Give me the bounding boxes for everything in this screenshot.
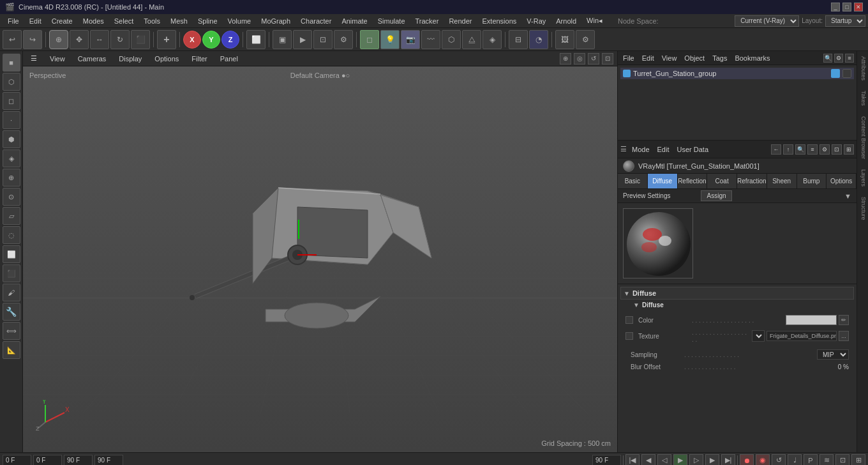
prev-keyframe-button[interactable]: ◁ — [657, 454, 671, 466]
minimize-button[interactable]: _ — [831, 3, 840, 11]
menu-create[interactable]: Create — [47, 16, 78, 26]
render-options-button[interactable]: ⚙ — [576, 30, 595, 49]
menu-volume[interactable]: Volume — [223, 16, 257, 26]
edge-tab-content-browser[interactable]: Content Browser — [857, 111, 868, 164]
render-frame-button[interactable]: ⊡ — [313, 30, 333, 49]
ae-tab-bump[interactable]: Bump — [797, 174, 827, 188]
add-button[interactable]: + — [157, 30, 176, 49]
3d-scene[interactable]: X Y Z — [23, 66, 617, 452]
om-item-lock-icon[interactable] — [842, 69, 851, 78]
autokey-button[interactable]: ◉ — [756, 454, 770, 466]
menu-select[interactable]: Select — [109, 16, 139, 26]
texture-prop-toggle[interactable] — [625, 332, 633, 340]
menu-edit[interactable]: Edit — [24, 16, 47, 26]
ae-hamburger-icon[interactable]: ☰ — [620, 145, 627, 153]
preview-end-field[interactable]: 90 F — [94, 455, 123, 466]
next-keyframe-button[interactable]: ▷ — [689, 454, 703, 466]
om-item-vis-dot[interactable] — [831, 69, 840, 78]
om-menu-view[interactable]: View — [659, 53, 680, 63]
menu-win[interactable]: Win◂ — [581, 15, 608, 26]
uv-mode-tool[interactable]: ⬢ — [3, 130, 20, 148]
vp-menu-filter[interactable]: Filter — [188, 54, 211, 64]
object-field-button[interactable]: ◈ — [483, 30, 502, 49]
edge-tab-takes[interactable]: Takes — [857, 86, 868, 111]
mesh-mode-tool[interactable]: ⬡ — [3, 73, 20, 91]
layout-select[interactable]: Startup — [825, 15, 865, 27]
ae-expand-icon[interactable]: ⊞ — [844, 144, 854, 155]
viewport-ctrl-3[interactable]: ↺ — [588, 53, 599, 65]
viewport-ctrl-4[interactable]: ⊡ — [602, 53, 613, 65]
assign-button[interactable]: Assign — [701, 190, 731, 201]
viewport-ctrl-2[interactable]: ◎ — [574, 53, 585, 65]
om-menu-tags[interactable]: Tags — [710, 53, 730, 63]
object-cube-button[interactable]: ◻ — [360, 30, 379, 49]
motion-blur-button[interactable]: ≋ — [819, 454, 834, 466]
color-swatch[interactable] — [786, 315, 837, 325]
snap-tool[interactable]: 📐 — [3, 341, 20, 359]
render-region-button[interactable]: ▣ — [273, 30, 292, 49]
preview-settings-button[interactable]: Preview Settings — [623, 192, 670, 199]
om-search-icon[interactable]: 🔍 — [823, 54, 832, 63]
ae-back-icon[interactable]: ← — [771, 144, 781, 155]
y-axis-button[interactable]: Y — [202, 31, 220, 49]
timeline-settings-button[interactable]: ⊡ — [835, 454, 849, 466]
node-space-select[interactable]: Current (V-Ray) — [735, 15, 799, 27]
vp-menu-view[interactable]: View — [46, 54, 69, 64]
menu-file[interactable]: File — [3, 16, 24, 26]
texture-tool[interactable]: ◈ — [3, 149, 20, 167]
viewport-ctrl-1[interactable]: ⊕ — [560, 53, 571, 65]
object-camera-button[interactable]: 📷 — [401, 30, 420, 49]
x-axis-button[interactable]: X — [183, 31, 201, 49]
menu-modes[interactable]: Modes — [78, 16, 109, 26]
om-settings-icon[interactable]: ⚙ — [834, 54, 843, 63]
sky-button[interactable]: ◔ — [529, 30, 548, 49]
ae-mode-menu[interactable]: Mode — [629, 144, 652, 155]
ae-tab-options[interactable]: Options — [827, 174, 857, 188]
select-tool-2[interactable]: ⬜ — [3, 245, 20, 263]
edge-tab-attributes[interactable]: Attributes — [857, 51, 868, 86]
menu-tracker[interactable]: Tracker — [410, 16, 444, 26]
workplane-tool[interactable]: ▱ — [3, 207, 20, 225]
render-settings-button[interactable]: ⚙ — [334, 30, 353, 49]
select-tool-3[interactable]: ⬛ — [3, 264, 20, 282]
ae-edit-menu[interactable]: Edit — [655, 144, 672, 155]
frame-start-field[interactable]: 0 F — [33, 455, 62, 466]
menu-extensions[interactable]: Extensions — [477, 16, 521, 26]
point-mode-tool[interactable]: · — [3, 111, 20, 129]
loop-button[interactable]: ↺ — [772, 454, 786, 466]
timeline-expand-button[interactable]: ⊞ — [851, 454, 865, 466]
ae-tab-refraction[interactable]: Refraction — [737, 174, 767, 188]
ae-tab-coat[interactable]: Coat — [707, 174, 737, 188]
object-spline-button[interactable]: 〰 — [421, 30, 440, 49]
om-menu-icon[interactable]: ≡ — [845, 54, 854, 63]
model-mode-tool[interactable]: ■ — [3, 54, 20, 72]
scale-button[interactable]: ↔ — [90, 30, 109, 49]
edge-mode-tool[interactable]: ◻ — [3, 92, 20, 110]
floor-button[interactable]: ⊟ — [509, 30, 528, 49]
edge-tab-structure[interactable]: Structure — [857, 192, 868, 225]
magnet-tool[interactable]: 🔧 — [3, 303, 20, 321]
color-prop-toggle[interactable] — [625, 316, 633, 324]
select-tool-1[interactable]: ◌ — [3, 226, 20, 244]
viewport-mode-button[interactable]: ⬜ — [246, 30, 266, 49]
play-sound-button[interactable]: ♩ — [788, 454, 802, 466]
menu-animate[interactable]: Animate — [336, 16, 372, 26]
menu-arnold[interactable]: Arnold — [551, 16, 581, 26]
vp-menu-display[interactable]: Display — [115, 54, 146, 64]
ae-tab-basic[interactable]: Basic — [618, 174, 648, 188]
go-end-button[interactable]: ▶| — [721, 454, 735, 466]
viewport-3d[interactable]: X Y Z Perspective Default Camera ●○ Grid… — [23, 66, 617, 452]
om-menu-edit[interactable]: Edit — [640, 53, 657, 63]
object-light-button[interactable]: 💡 — [380, 30, 400, 49]
menu-mesh[interactable]: Mesh — [165, 16, 193, 26]
ae-tab-sheen[interactable]: Sheen — [767, 174, 797, 188]
menu-mograph[interactable]: MoGraph — [256, 16, 296, 26]
om-menu-file[interactable]: File — [620, 53, 637, 63]
menu-spline[interactable]: Spline — [193, 16, 223, 26]
texture-browse-button[interactable]: ... — [839, 331, 849, 341]
next-frame-button[interactable]: ▶ — [705, 454, 719, 466]
ae-tab-diffuse[interactable]: Diffuse — [648, 174, 678, 188]
ae-search-icon[interactable]: 🔍 — [795, 144, 805, 155]
object-deformer-button[interactable]: ⧋ — [462, 30, 481, 49]
mirror-tool[interactable]: ⟺ — [3, 322, 20, 340]
